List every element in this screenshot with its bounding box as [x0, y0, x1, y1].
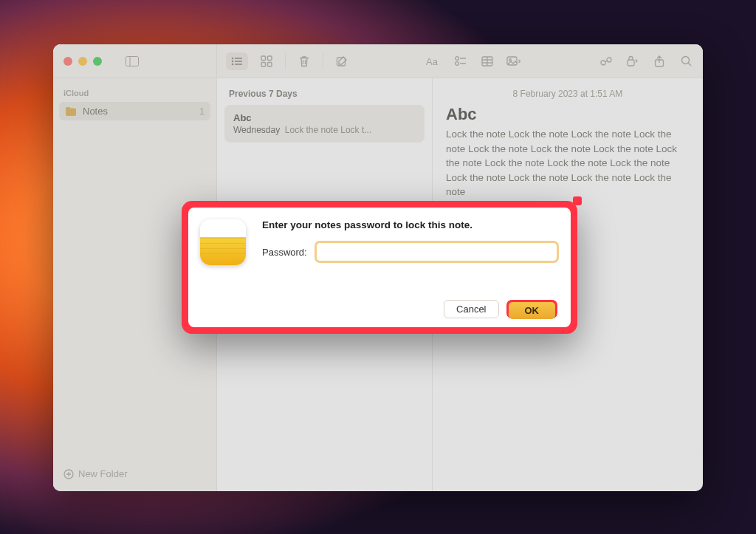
svg-rect-8: [261, 56, 266, 61]
svg-rect-11: [268, 62, 272, 66]
window-zoom-button[interactable]: [93, 57, 102, 66]
svg-point-19: [601, 61, 605, 65]
link-icon[interactable]: [598, 53, 614, 69]
svg-point-20: [607, 58, 611, 62]
sidebar-toggle-icon[interactable]: [124, 53, 140, 69]
toolbar: Aa: [217, 44, 703, 78]
password-input[interactable]: [316, 242, 557, 261]
svg-point-2: [232, 57, 234, 59]
cancel-button[interactable]: Cancel: [444, 300, 498, 318]
password-label: Password:: [262, 247, 307, 258]
window-minimize-button[interactable]: [78, 57, 87, 66]
note-body: Lock the note Lock the note Lock the not…: [446, 127, 690, 199]
dialog-actions: Cancel OK: [262, 261, 557, 318]
toolbar-right-group: [598, 53, 694, 69]
ok-button[interactable]: OK: [509, 302, 556, 319]
lock-icon[interactable]: [625, 53, 641, 69]
svg-point-18: [509, 58, 512, 61]
toolbar-format-group: Aa: [426, 53, 522, 69]
svg-point-23: [681, 57, 689, 64]
titlebar-left: [53, 44, 217, 78]
svg-point-4: [232, 60, 234, 62]
lock-note-password-dialog: Enter your notes password to lock this n…: [188, 208, 571, 327]
svg-rect-0: [126, 56, 139, 66]
media-icon[interactable]: [506, 53, 522, 69]
table-icon[interactable]: [479, 53, 495, 69]
folder-icon: [65, 106, 77, 116]
checklist-icon[interactable]: [453, 53, 469, 69]
note-item-preview: Lock the note Lock t...: [285, 125, 371, 135]
dialog-highlight-frame: Enter your notes password to lock this n…: [182, 201, 577, 334]
password-row: Password:: [262, 242, 557, 261]
toolbar-separator: [285, 53, 286, 69]
sidebar-item-count: 1: [199, 106, 205, 117]
note-title: Abc: [446, 105, 690, 124]
svg-rect-3: [235, 58, 242, 59]
notes-list-section-label: Previous 7 Days: [224, 86, 425, 105]
share-icon[interactable]: [651, 53, 667, 69]
svg-rect-7: [235, 64, 242, 65]
dialog-title: Enter your notes password to lock this n…: [262, 218, 557, 242]
svg-text:Aa: Aa: [426, 56, 439, 66]
format-text-icon[interactable]: Aa: [426, 53, 442, 69]
sidebar-section-label: iCloud: [59, 86, 210, 102]
svg-rect-21: [628, 60, 634, 66]
notes-app-icon: [200, 219, 246, 265]
note-list-item[interactable]: Abc Wednesday Lock the note Lock t...: [224, 105, 425, 143]
note-item-day: Wednesday: [233, 125, 280, 135]
sidebar-item-notes[interactable]: Notes 1: [59, 102, 210, 120]
svg-rect-9: [268, 56, 272, 61]
svg-rect-10: [261, 62, 266, 66]
sidebar-item-label: Notes: [83, 106, 108, 117]
new-folder-button[interactable]: New Folder: [59, 462, 210, 485]
new-folder-label: New Folder: [78, 468, 127, 479]
ok-button-highlight: OK: [506, 300, 558, 318]
search-icon[interactable]: [678, 53, 694, 69]
compose-icon[interactable]: [334, 53, 350, 69]
note-item-title: Abc: [233, 112, 416, 123]
note-timestamp: 8 February 2023 at 1:51 AM: [446, 86, 690, 105]
plus-circle-icon: [63, 469, 74, 479]
svg-point-15: [456, 61, 459, 65]
window-close-button[interactable]: [63, 57, 72, 66]
svg-rect-5: [235, 61, 242, 62]
svg-point-14: [456, 56, 459, 60]
svg-point-6: [232, 63, 234, 65]
note-item-subtitle: Wednesday Lock the note Lock t...: [233, 125, 416, 135]
view-list-icon[interactable]: [226, 52, 248, 70]
trash-icon[interactable]: [296, 53, 312, 69]
view-grid-icon[interactable]: [258, 53, 275, 69]
toolbar-separator: [323, 53, 323, 69]
